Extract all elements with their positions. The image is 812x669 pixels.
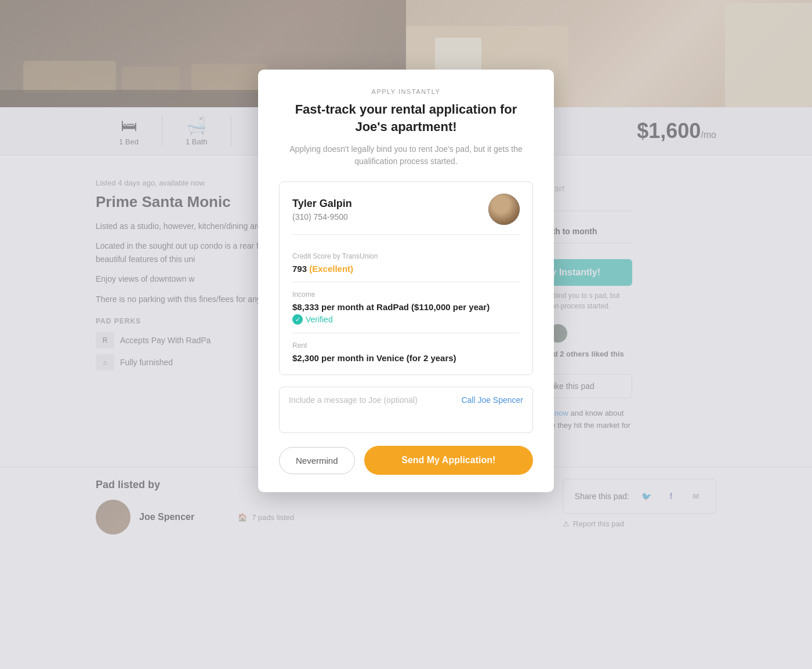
apply-modal: APPLY INSTANTLY Fast-track your rental a… [258, 70, 554, 492]
applicant-name: Tyler Galpin [292, 198, 352, 210]
modal-title: Fast-track your rental application for J… [279, 101, 533, 135]
message-placeholder: Include a message to Joe (optional) [289, 395, 418, 405]
income-value: $8,333 per month at RadPad ($110,000 per… [292, 302, 520, 312]
income-label: Income [292, 290, 520, 299]
applicant-phone: (310) 754-9500 [292, 212, 352, 221]
message-area[interactable]: Include a message to Joe (optional) Call… [279, 387, 533, 433]
call-link[interactable]: Call Joe Spencer [461, 395, 523, 405]
send-application-button[interactable]: Send My Application! [364, 446, 533, 475]
credit-score-label: Credit Score by TransUnion [292, 252, 520, 260]
applicant-header: Tyler Galpin (310) 754-9500 [292, 194, 520, 235]
verified-badge: ✓ Verified [292, 314, 520, 325]
modal-tag: APPLY INSTANTLY [279, 88, 533, 95]
excellent-badge: (Excellent) [309, 264, 353, 274]
applicant-card: Tyler Galpin (310) 754-9500 Credit Score… [279, 181, 533, 375]
credit-score-section: Credit Score by TransUnion 793 (Excellen… [292, 244, 520, 282]
applicant-avatar [488, 194, 520, 225]
modal-buttons: Nevermind Send My Application! [279, 446, 533, 475]
modal-subtitle: Applying doesn't legally bind you to ren… [279, 143, 533, 168]
nevermind-button[interactable]: Nevermind [279, 447, 355, 474]
applicant-info: Tyler Galpin (310) 754-9500 [292, 198, 352, 221]
income-section: Income $8,333 per month at RadPad ($110,… [292, 282, 520, 333]
rent-label: Rent [292, 341, 520, 350]
modal-overlay: APPLY INSTANTLY Fast-track your rental a… [0, 0, 812, 669]
verified-icon: ✓ [292, 314, 303, 325]
rent-value: $2,300 per month in Venice (for 2 years) [292, 353, 520, 363]
credit-score-value: 793 (Excellent) [292, 264, 520, 274]
applicant-avatar-inner [488, 194, 520, 225]
rent-section: Rent $2,300 per month in Venice (for 2 y… [292, 333, 520, 363]
